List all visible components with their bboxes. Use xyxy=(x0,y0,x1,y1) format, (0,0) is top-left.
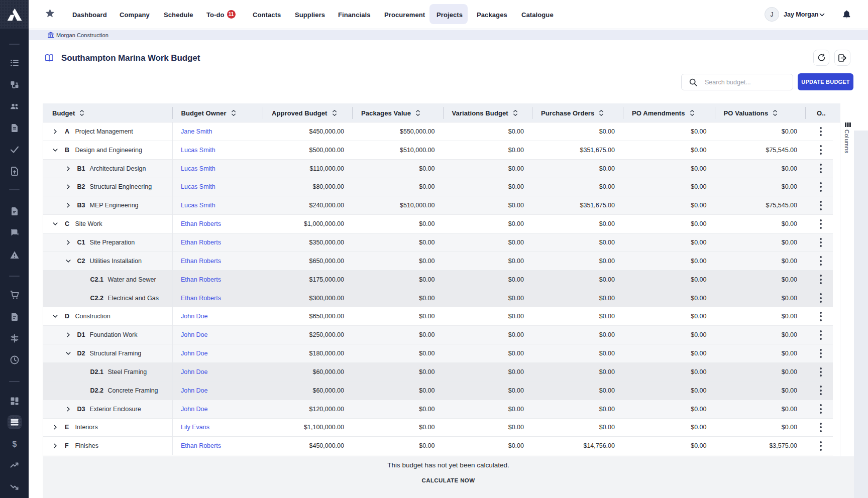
svg-text:$: $ xyxy=(12,440,17,448)
